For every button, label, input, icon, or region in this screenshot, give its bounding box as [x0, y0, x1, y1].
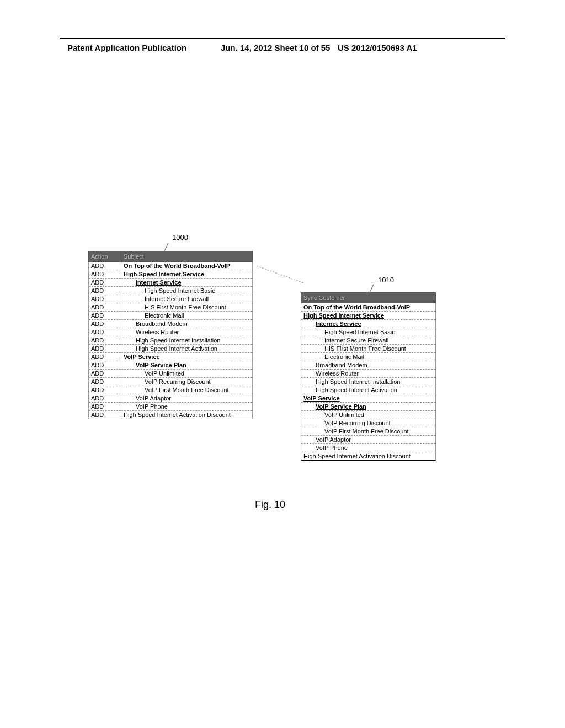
cell-subject: High Speed Internet Basic [301, 328, 436, 336]
cell-subject: VoIP Recurring Discount [121, 378, 253, 386]
cell-action: ADD [89, 279, 121, 287]
table-row: ADDHigh Speed Internet Basic [89, 287, 253, 295]
table-row: Wireless Router [301, 370, 436, 378]
table-row: Broadband Modem [301, 361, 436, 370]
cell-subject: On Top of the World Broadband-VoIP [301, 303, 436, 312]
table-row: ADDWireless Router [89, 328, 253, 336]
table-row: ADDVoIP Recurring Discount [89, 378, 253, 386]
cell-subject: VoIP Adaptor [301, 436, 436, 444]
cell-subject: Broadband Modem [121, 320, 253, 328]
table-row: ADDInternet Secure Firewall [89, 295, 253, 303]
cell-action: ADD [89, 370, 121, 378]
cell-subject: VoIP First Month Free Discount [121, 386, 253, 394]
cell-subject: VoIP Phone [301, 444, 436, 452]
table-row: High Speed Internet Basic [301, 328, 436, 336]
table-row: ADDBroadband Modem [89, 320, 253, 328]
cell-subject: HIS First Month Free Discount [301, 345, 436, 353]
cell-subject: High Speed Internet Installation [121, 336, 253, 345]
table-row: ADDHigh Speed Internet Activation [89, 345, 253, 353]
cell-action: ADD [89, 353, 121, 361]
reference-label-1000: 1000 [172, 233, 188, 242]
cell-subject: Electronic Mail [301, 353, 436, 361]
cell-subject: VoIP Unlimited [301, 411, 436, 419]
action-subject-table: Action Subject ADDOn Top of the World Br… [88, 251, 253, 419]
cell-action: ADD [89, 295, 121, 303]
cell-subject: VoIP First Month Free Discount [301, 427, 436, 436]
cell-subject: VoIP Service [301, 394, 436, 403]
cell-action: ADD [89, 378, 121, 386]
cell-action: ADD [89, 403, 121, 411]
table-row: HIS First Month Free Discount [301, 345, 436, 353]
table-row: ADDVoIP Service Plan [89, 361, 253, 370]
table-row: ADDVoIP First Month Free Discount [89, 386, 253, 394]
cell-action: ADD [89, 312, 121, 320]
table-row: VoIP Service Plan [301, 403, 436, 411]
cell-action: ADD [89, 328, 121, 336]
cell-subject: High Speed Internet Activation [121, 345, 253, 353]
cell-subject: Broadband Modem [301, 361, 436, 370]
table-row: On Top of the World Broadband-VoIP [301, 303, 436, 312]
cell-subject: High Speed Internet Activation [301, 386, 436, 394]
table-row: ADDElectronic Mail [89, 312, 253, 320]
cell-subject: Wireless Router [301, 370, 436, 378]
cell-action: ADD [89, 320, 121, 328]
table-row: ADDVoIP Service [89, 353, 253, 361]
cell-subject: High Speed Internet Activation Discount [301, 452, 436, 461]
cell-action: ADD [89, 394, 121, 403]
cell-action: ADD [89, 336, 121, 345]
col-header-action: Action [89, 251, 121, 262]
table-row: VoIP Recurring Discount [301, 419, 436, 427]
cell-action: ADD [89, 386, 121, 394]
col-header-sync: Sync Customer [301, 293, 436, 303]
cell-subject: Internet Secure Firewall [301, 336, 436, 345]
table-row: ADDVoIP Unlimited [89, 370, 253, 378]
cell-subject: High Speed Internet Basic [121, 287, 253, 295]
header-rule [60, 38, 505, 39]
cell-subject: VoIP Service [121, 353, 253, 361]
table-row: High Speed Internet Service [301, 312, 436, 320]
reference-label-1010: 1010 [378, 276, 394, 284]
cell-action: ADD [89, 345, 121, 353]
cell-subject: VoIP Service Plan [301, 403, 436, 411]
sync-customer-table: Sync Customer On Top of the World Broadb… [301, 292, 436, 461]
cell-subject: Wireless Router [121, 328, 253, 336]
cell-subject: Internet Secure Firewall [121, 295, 253, 303]
table-row: High Speed Internet Activation [301, 386, 436, 394]
cell-subject: HIS First Month Free Discount [121, 303, 253, 312]
cell-subject: VoIP Unlimited [121, 370, 253, 378]
table-row: Internet Service [301, 320, 436, 328]
cell-subject: VoIP Adaptor [121, 394, 253, 403]
cell-action: ADD [89, 361, 121, 370]
cell-subject: Internet Service [121, 279, 253, 287]
cell-action: ADD [89, 303, 121, 312]
cell-action: ADD [89, 262, 121, 270]
table-row: VoIP Adaptor [301, 436, 436, 444]
table-row: VoIP Unlimited [301, 411, 436, 419]
table-row: ADDVoIP Adaptor [89, 394, 253, 403]
table-row: VoIP First Month Free Discount [301, 427, 436, 436]
table-row: ADDHigh Speed Internet Activation Discou… [89, 411, 253, 419]
leader-line [246, 266, 303, 314]
table-row: ADDHigh Speed Internet Service [89, 270, 253, 279]
cell-subject: Electronic Mail [121, 312, 253, 320]
cell-subject: High Speed Internet Installation [301, 378, 436, 386]
table-row: High Speed Internet Activation Discount [301, 452, 436, 461]
cell-action: ADD [89, 411, 121, 419]
table-row: ADDHIS First Month Free Discount [89, 303, 253, 312]
cell-subject: Internet Service [301, 320, 436, 328]
figure-caption: Fig. 10 [255, 499, 285, 511]
cell-action: ADD [89, 270, 121, 279]
table-row: ADDVoIP Phone [89, 403, 253, 411]
header-publication: Patent Application Publication [67, 43, 186, 52]
table-row: High Speed Internet Installation [301, 378, 436, 386]
table-row: VoIP Service [301, 394, 436, 403]
table-row: Electronic Mail [301, 353, 436, 361]
table-row: ADDInternet Service [89, 279, 253, 287]
cell-subject: On Top of the World Broadband-VoIP [121, 262, 253, 270]
col-header-subject: Subject [121, 251, 253, 262]
table-row: VoIP Phone [301, 444, 436, 452]
cell-subject: High Speed Internet Activation Discount [121, 411, 253, 419]
cell-subject: VoIP Phone [121, 403, 253, 411]
header-sheet: Jun. 14, 2012 Sheet 10 of 55 [221, 43, 330, 52]
header-docnumber: US 2012/0150693 A1 [338, 43, 417, 52]
